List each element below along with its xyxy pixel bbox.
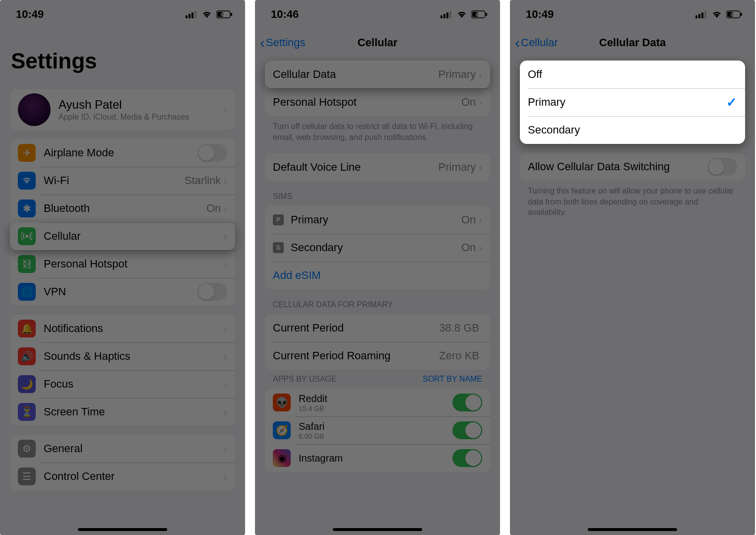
- app-name: Instagram: [299, 453, 452, 464]
- app-size: 6.00 GB: [299, 432, 452, 440]
- switches-icon: ☰: [18, 468, 36, 485]
- svg-rect-15: [486, 13, 487, 16]
- status-bar: 10:46 47: [255, 0, 500, 29]
- chevron-right-icon: ›: [479, 69, 482, 80]
- sim-secondary-row[interactable]: S Secondary On ›: [265, 234, 490, 262]
- cellular-data-label: Cellular Data: [273, 68, 439, 81]
- app-row-safari[interactable]: 🧭 Safari 6.00 GB: [265, 416, 490, 444]
- profile-group: Ayush Patel Apple ID, iCloud, Media & Pu…: [10, 89, 235, 130]
- roaming-value: Zero KB: [439, 349, 479, 362]
- home-indicator[interactable]: [333, 528, 422, 531]
- sim-secondary-value: On: [461, 241, 476, 254]
- profile-detail: Apple ID, iCloud, Media & Purchases: [59, 113, 224, 122]
- add-esim-label: Add eSIM: [273, 269, 482, 282]
- back-label: Settings: [266, 36, 306, 49]
- app-name: Reddit: [299, 393, 452, 404]
- focus-row[interactable]: 🌙 Focus ›: [10, 370, 235, 398]
- avatar: [18, 93, 51, 126]
- controlcenter-row[interactable]: ☰ Control Center ›: [10, 463, 235, 490]
- cellular-signal-icon: [441, 10, 452, 18]
- home-indicator[interactable]: [588, 528, 677, 531]
- sim-primary-value: On: [461, 213, 476, 226]
- chevron-left-icon: ‹: [515, 35, 520, 50]
- general-row[interactable]: ⚙ General ›: [10, 435, 235, 463]
- sim-primary-row[interactable]: P Primary On ›: [265, 206, 490, 234]
- chevron-right-icon: ›: [224, 259, 227, 270]
- chevron-right-icon: ›: [224, 471, 227, 482]
- status-icons: 47: [186, 10, 233, 18]
- roaming-row: Current Period Roaming Zero KB: [265, 342, 490, 370]
- status-icons: 47: [695, 10, 743, 18]
- battery-icon: 47: [216, 10, 233, 18]
- screentime-label: Screen Time: [44, 405, 224, 418]
- option-secondary-label: Secondary: [528, 124, 737, 136]
- apps-header: APPS BY USAGE SORT BY NAME: [255, 370, 500, 387]
- option-secondary[interactable]: Secondary: [520, 116, 745, 144]
- sounds-row[interactable]: 🔊 Sounds & Haptics ›: [10, 342, 235, 370]
- phone-settings: 10:49 47 Settings Ayush Patel Apple ID, …: [0, 0, 245, 535]
- safari-icon: 🧭: [273, 421, 291, 439]
- cellular-data-row[interactable]: Cellular Data Primary ›: [265, 61, 490, 88]
- option-primary[interactable]: Primary ✓: [520, 88, 745, 116]
- svg-rect-2: [191, 12, 193, 18]
- app-toggle[interactable]: [452, 421, 482, 439]
- chevron-right-icon: ›: [224, 351, 227, 362]
- wifi-row[interactable]: Wi-Fi Starlink ›: [10, 167, 235, 195]
- switching-toggle[interactable]: [707, 158, 737, 176]
- battery-icon: 47: [471, 10, 488, 18]
- sim-primary-badge: P: [273, 214, 284, 225]
- bluetooth-row[interactable]: ✱ Bluetooth On ›: [10, 195, 235, 222]
- airplane-toggle[interactable]: [197, 144, 227, 162]
- sort-by-name-link[interactable]: SORT BY NAME: [423, 375, 482, 384]
- notifications-row[interactable]: 🔔 Notifications ›: [10, 315, 235, 342]
- bluetooth-label: Bluetooth: [44, 202, 206, 215]
- vpn-row[interactable]: 🌐 VPN: [10, 278, 235, 306]
- hourglass-icon: ⏳: [18, 403, 36, 421]
- chevron-right-icon: ›: [224, 104, 227, 116]
- app-row-reddit[interactable]: 👽 Reddit 15.4 GB: [265, 389, 490, 416]
- back-button[interactable]: ‹ Settings: [260, 35, 306, 50]
- chevron-right-icon: ›: [224, 443, 227, 455]
- instagram-icon: ◉: [273, 449, 291, 467]
- moon-icon: 🌙: [18, 375, 36, 393]
- chevron-right-icon: ›: [479, 97, 482, 108]
- personal-hotspot-row[interactable]: Personal Hotspot On ›: [265, 88, 490, 116]
- voice-label: Default Voice Line: [273, 161, 439, 174]
- app-row-instagram[interactable]: ◉ Instagram: [265, 444, 490, 472]
- app-toggle[interactable]: [452, 449, 482, 467]
- voice-value: Primary: [439, 161, 476, 174]
- app-size: 15.4 GB: [299, 404, 452, 412]
- nav-bar: ‹ Settings Cellular: [255, 29, 500, 57]
- status-time: 10:46: [271, 8, 299, 21]
- screentime-row[interactable]: ⏳ Screen Time ›: [10, 398, 235, 426]
- back-button[interactable]: ‹ Cellular: [515, 35, 558, 50]
- back-label: Cellular: [521, 36, 558, 49]
- svg-text:47: 47: [220, 12, 226, 17]
- vpn-label: VPN: [44, 285, 197, 298]
- wifi-icon: [456, 10, 467, 18]
- airplane-icon: ✈: [18, 144, 36, 162]
- svg-rect-9: [441, 15, 442, 18]
- cellular-row[interactable]: Cellular ›: [10, 222, 235, 250]
- bluetooth-value: On: [206, 202, 221, 215]
- sim-secondary-badge: S: [273, 242, 284, 253]
- controlcenter-label: Control Center: [44, 470, 224, 483]
- chevron-right-icon: ›: [224, 203, 227, 214]
- wifi-label: Wi-Fi: [44, 174, 185, 187]
- app-toggle[interactable]: [452, 394, 482, 411]
- hotspot-row[interactable]: ⛓ Personal Hotspot ›: [10, 250, 235, 278]
- chevron-right-icon: ›: [224, 406, 227, 418]
- voice-line-row[interactable]: Default Voice Line Primary ›: [265, 153, 490, 181]
- data-footer: Turn off cellular data to restrict all d…: [255, 116, 500, 144]
- option-off[interactable]: Off: [520, 61, 745, 88]
- add-esim-row[interactable]: Add eSIM: [265, 262, 490, 289]
- vpn-toggle[interactable]: [197, 283, 227, 301]
- current-period-row: Current Period 38.8 GB: [265, 314, 490, 342]
- speaker-icon: 🔊: [18, 347, 36, 365]
- data-switching-row[interactable]: Allow Cellular Data Switching: [520, 153, 745, 181]
- profile-row[interactable]: Ayush Patel Apple ID, iCloud, Media & Pu…: [10, 89, 235, 130]
- airplane-row[interactable]: ✈ Airplane Mode: [10, 139, 235, 167]
- home-indicator[interactable]: [78, 528, 167, 531]
- phone-cellular: 10:46 47 ‹ Settings Cellular Cellular Da…: [255, 0, 500, 535]
- status-icons: 47: [441, 10, 488, 18]
